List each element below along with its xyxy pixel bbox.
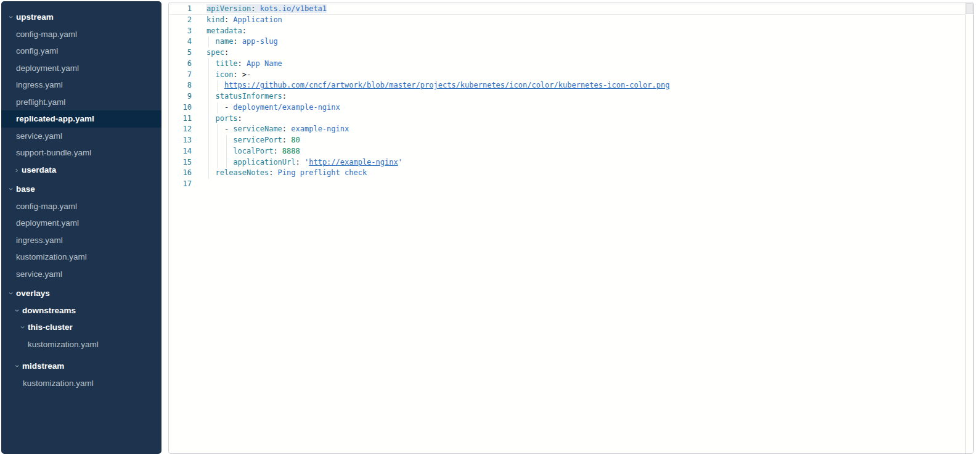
scrollbar[interactable] [965, 2, 973, 453]
line-number: 4 [169, 36, 206, 47]
indent-guide [217, 102, 218, 113]
tree-file-support-bundle-yaml[interactable]: support-bundle.yaml [1, 144, 161, 162]
indent-guide [217, 135, 218, 146]
code-line[interactable]: 2kind: Application [169, 15, 973, 26]
token-key: name [215, 37, 233, 46]
token-punct: : [296, 158, 304, 166]
code-line[interactable]: 3metadata: [169, 26, 973, 37]
tree-file-ingress-yaml[interactable]: ingress.yaml [1, 76, 161, 94]
line-text: icon: >- [206, 70, 251, 79]
indent-guide [217, 146, 218, 157]
code-line[interactable]: 8 https://github.com/cncf/artwork/blob/m… [169, 80, 973, 91]
line-text: metadata: [206, 27, 247, 35]
token-number: 80 [291, 136, 300, 144]
tree-file-service-yaml[interactable]: service.yaml [1, 128, 161, 145]
code-line[interactable]: 16 releaseNotes: Ping preflight check [169, 168, 973, 179]
indent-guide [217, 157, 218, 168]
indent-guide [217, 80, 218, 91]
line-number: 9 [169, 91, 206, 102]
code-line[interactable]: 17 [169, 179, 973, 190]
indent-guide [217, 124, 218, 135]
tree-file-config-map-yaml[interactable]: config-map.yaml [1, 198, 161, 215]
tree-item-label: deployment.yaml [1, 60, 79, 77]
code-line[interactable]: 4 name: app-slug [169, 36, 973, 47]
code-line[interactable]: 6 title: App Name [169, 59, 973, 70]
token-punct: : [282, 136, 291, 144]
code-line[interactable]: 14 localPort: 8888 [169, 146, 973, 157]
indent-guide [208, 146, 209, 157]
tree-file-deployment-yaml[interactable]: deployment.yaml [1, 60, 161, 77]
chevron-down-icon: › [2, 14, 20, 21]
line-text: https://github.com/cncf/artwork/blob/mas… [206, 81, 669, 89]
tree-file-kustomization-yaml[interactable]: kustomization.yaml [1, 248, 161, 266]
token-value: kots.io/v1beta1 [260, 4, 327, 13]
tree-folder-overlays[interactable]: ›overlays [1, 285, 161, 302]
line-number: 14 [169, 146, 206, 157]
selected-text: apiVersion: kots.io/v1beta1 [206, 4, 327, 13]
token-punct: : [224, 48, 229, 57]
line-number: 11 [169, 113, 206, 125]
line-text: servicePort: 80 [206, 136, 300, 144]
line-text: applicationUrl: 'http://example-nginx' [206, 158, 402, 166]
tree-file-config-map-yaml[interactable]: config-map.yaml [1, 26, 161, 43]
line-text: kind: Application [206, 15, 282, 24]
indent-guide [208, 157, 209, 168]
code-line[interactable]: 1apiVersion: kots.io/v1beta1 [169, 4, 973, 15]
token-key: spec [206, 48, 224, 57]
code-line[interactable]: 5spec: [169, 47, 973, 59]
token-punct: : [282, 92, 287, 101]
token-key: servicePort [233, 136, 282, 144]
indent-guide [208, 113, 209, 125]
code-line[interactable]: 10 - deployment/example-nginx [169, 102, 973, 113]
tree-file-preflight-yaml[interactable]: preflight.yaml [1, 94, 161, 111]
token-quote: ' [398, 158, 402, 166]
code-line[interactable]: 7 icon: >- [169, 70, 973, 81]
url-link[interactable]: https://github.com/cncf/artwork/blob/mas… [224, 81, 669, 89]
tree-folder-upstream[interactable]: ›upstream [1, 9, 161, 26]
indent-guide [208, 91, 209, 102]
line-number: 3 [169, 26, 206, 37]
tree-folder-base[interactable]: ›base [1, 181, 161, 198]
code-line[interactable]: 11 ports: [169, 113, 973, 125]
tree-item-label: support-bundle.yaml [1, 144, 91, 162]
code-line[interactable]: 13 servicePort: 80 [169, 135, 973, 146]
tree-file-ingress-yaml[interactable]: ingress.yaml [1, 232, 161, 249]
scrollbar-thumb[interactable] [966, 3, 973, 14]
token-value: deployment/example-nginx [233, 103, 340, 112]
token-key: serviceName [233, 125, 282, 133]
code-editor[interactable]: 1apiVersion: kots.io/v1beta12kind: Appli… [168, 2, 974, 454]
code-content: metadata: [206, 26, 973, 37]
tree-folder-userdata[interactable]: ›userdata [1, 162, 161, 179]
code-content: apiVersion: kots.io/v1beta1 [206, 4, 973, 15]
tree-file-kustomization-yaml[interactable]: kustomization.yaml [1, 336, 161, 353]
line-number: 13 [169, 135, 206, 146]
url-link[interactable]: http://example-nginx [309, 158, 398, 166]
code-line[interactable]: 12 - serviceName: example-nginx [169, 124, 973, 135]
tree-folder-this-cluster[interactable]: ›this-cluster [1, 319, 161, 336]
code-content: title: App Name [206, 59, 973, 70]
indent-guide [226, 157, 227, 168]
code-content: https://github.com/cncf/artwork/blob/mas… [206, 80, 973, 91]
code-line[interactable]: 15 applicationUrl: 'http://example-nginx… [169, 157, 973, 168]
tree-file-kustomization-yaml[interactable]: kustomization.yaml [1, 375, 161, 392]
tree-file-replicated-app-yaml[interactable]: replicated-app.yaml [1, 110, 161, 128]
indent-guide [208, 80, 209, 91]
token-key: metadata [206, 27, 242, 35]
line-number: 12 [169, 124, 206, 135]
chevron-down-icon: › [9, 363, 26, 370]
chevron-down-icon: › [2, 186, 20, 193]
token-key: icon [215, 70, 233, 79]
code-line[interactable]: 9 statusInformers: [169, 91, 973, 102]
chevron-down-icon: › [9, 306, 26, 314]
tree-file-config-yaml[interactable]: config.yaml [1, 43, 161, 60]
code-content: - deployment/example-nginx [206, 102, 973, 113]
file-tree-sidebar: ›upstreamconfig-map.yamlconfig.yamldeplo… [1, 1, 161, 454]
tree-folder-downstreams[interactable]: ›downstreams [1, 302, 161, 319]
token-punct: : >- [233, 70, 251, 79]
token-key: releaseNotes [215, 168, 269, 177]
code-content: - serviceName: example-nginx [206, 124, 973, 135]
tree-folder-midstream[interactable]: ›midstream [1, 358, 161, 375]
tree-file-deployment-yaml[interactable]: deployment.yaml [1, 215, 161, 232]
tree-item-label: ingress.yaml [1, 76, 63, 94]
tree-file-service-yaml[interactable]: service.yaml [1, 266, 161, 283]
